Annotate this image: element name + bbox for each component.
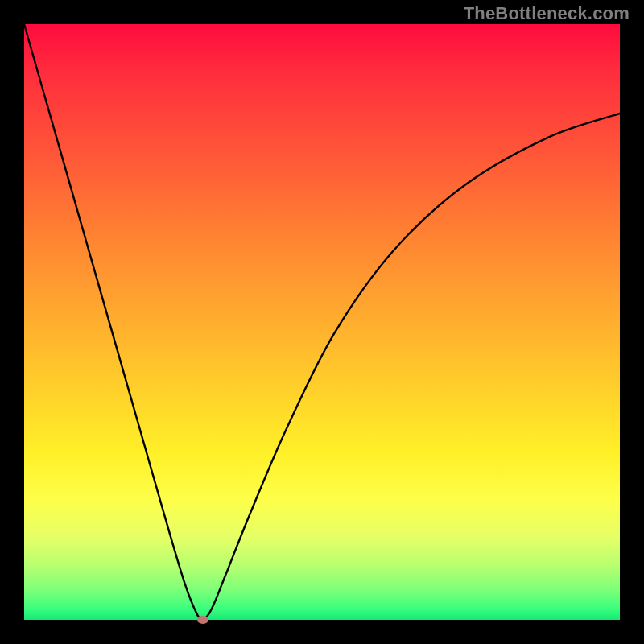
minimum-marker — [197, 616, 208, 624]
chart-frame: TheBottleneck.com — [0, 0, 644, 644]
plot-area — [24, 24, 620, 620]
watermark-label: TheBottleneck.com — [464, 3, 630, 24]
bottleneck-curve — [24, 24, 620, 620]
